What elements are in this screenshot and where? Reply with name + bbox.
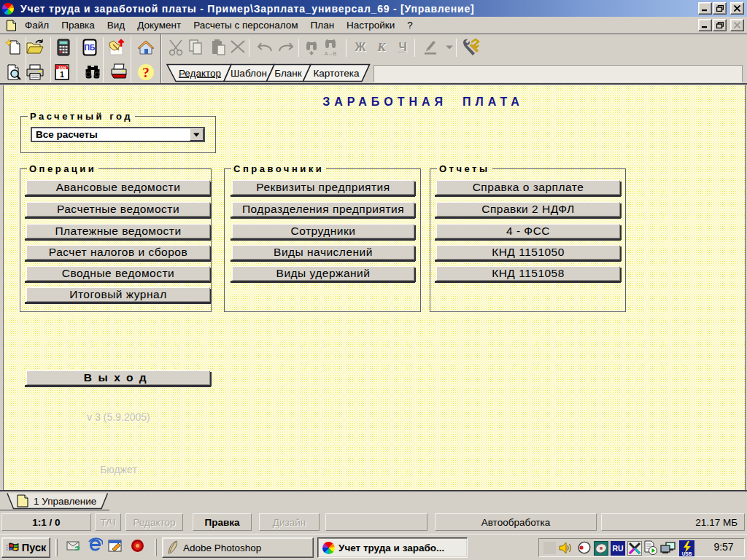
svg-text:?: ? (142, 65, 150, 80)
svg-text:1: 1 (60, 71, 64, 79)
svg-text:USB: USB (682, 551, 692, 556)
svg-text:Шаблон: Шаблон (231, 68, 267, 79)
svg-text:1 Управление: 1 Управление (34, 496, 96, 507)
svg-text:ПБ: ПБ (85, 44, 95, 52)
svg-text:Редактор: Редактор (179, 68, 221, 79)
svg-text:A→B: A→B (325, 51, 337, 56)
svg-text:Картотека: Картотека (313, 68, 360, 79)
svg-text:JAN: JAN (58, 66, 66, 70)
svg-text:Бланк: Бланк (274, 68, 302, 79)
